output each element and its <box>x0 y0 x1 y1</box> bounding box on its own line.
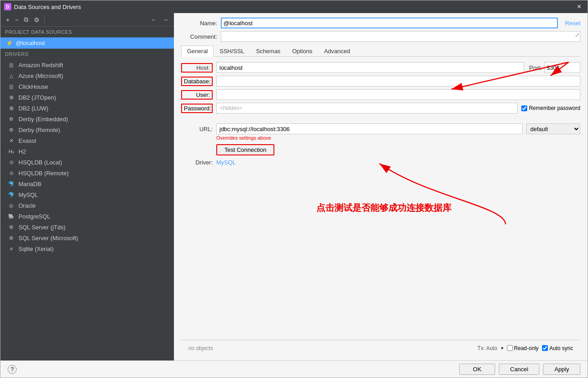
dialog-window: D Data Sources and Drivers × + − ⧉ ⚙ ← →… <box>0 0 588 378</box>
driver-item-sqlserver(jtds)[interactable]: ⚙SQL Server (jTds) <box>0 222 174 232</box>
remember-password-row: Remember password <box>521 105 580 111</box>
driver-item-derby(remote)[interactable]: ⚙Derby (Remote) <box>0 124 174 135</box>
bottom-right: Tx: Auto ▾ Read-only Auto sync <box>478 345 573 351</box>
settings-button[interactable]: ⚙ <box>32 15 41 24</box>
tab-content-general: Host: Port: Database: User: Pass <box>181 62 580 166</box>
driver-item-amazonredshift[interactable]: |||Amazon Redshift <box>0 59 174 70</box>
name-input[interactable] <box>221 18 558 28</box>
driver-label: ClickHouse <box>18 83 48 90</box>
read-only-checkbox[interactable] <box>507 345 513 351</box>
comment-label: Comment: <box>181 33 217 40</box>
add-button[interactable]: + <box>4 15 11 24</box>
driver-item-mariadb[interactable]: 🐬MariaDB <box>0 178 174 189</box>
driver-link[interactable]: MySQL <box>216 159 236 166</box>
driver-label: DB2 (JTOpen) <box>18 94 56 101</box>
driver-label: Oracle <box>18 202 36 209</box>
drivers-section-header: Drivers <box>0 49 174 59</box>
project-item-localhost[interactable]: ⚡ @localhost <box>0 37 174 49</box>
comment-input[interactable] <box>221 31 580 42</box>
project-item-icon: ⚡ <box>6 40 13 46</box>
driver-icon: ⊞ <box>8 105 15 112</box>
auto-sync-text: Auto sync <box>549 345 573 351</box>
driver-icon: ⚙ <box>8 223 15 231</box>
ok-button[interactable]: OK <box>459 364 495 375</box>
driver-icon: 🐬 <box>8 180 15 187</box>
auto-sync-checkbox[interactable] <box>542 345 548 351</box>
driver-icon: ||| <box>8 61 15 68</box>
driver-item-sqlserver(microsoft)[interactable]: ⚙SQL Server (Microsoft) <box>0 232 174 243</box>
driver-item-sqlite(xerial)[interactable]: ≡Sqlite (Xerial) <box>0 243 174 254</box>
user-label: User: <box>181 90 213 100</box>
url-input[interactable] <box>216 123 523 134</box>
read-only-text: Read-only <box>514 345 539 351</box>
duplicate-button[interactable]: ⧉ <box>22 15 30 24</box>
tx-dropdown-icon: ▾ <box>501 346 503 351</box>
app-icon: D <box>4 3 11 10</box>
test-connection-button[interactable]: Test Connection <box>216 144 274 155</box>
driver-item-mysql[interactable]: 🐬MySQL <box>0 189 174 200</box>
user-input[interactable] <box>216 89 580 100</box>
driver-item-derby(embedded)[interactable]: ⚙Derby (Embedded) <box>0 114 174 124</box>
help-button[interactable]: ? <box>8 365 17 374</box>
toolbar-separator <box>44 16 45 23</box>
driver-item-exasol[interactable]: ✕Exasol <box>0 135 174 146</box>
close-button[interactable]: × <box>574 2 584 12</box>
remove-button[interactable]: − <box>13 15 20 24</box>
window-title: Data Sources and Drivers <box>14 4 81 10</box>
driver-icon: 🐬 <box>8 191 15 198</box>
driver-item-clickhouse[interactable]: |||ClickHouse <box>0 81 174 92</box>
nav-forward-button[interactable]: → <box>160 15 170 24</box>
driver-item-db2(jtopen)[interactable]: ⊞DB2 (JTOpen) <box>0 92 174 103</box>
url-label: URL: <box>181 126 213 132</box>
driver-label: H2 <box>18 148 26 155</box>
tab-schemas[interactable]: Schemas <box>250 46 286 56</box>
main-content: + − ⧉ ⚙ ← → Project Data Sources ⚡ @loca… <box>0 13 588 360</box>
port-input[interactable] <box>544 62 580 73</box>
remember-password-checkbox[interactable] <box>521 105 527 111</box>
url-mode-select[interactable]: default <box>526 123 580 134</box>
driver-item-azure(microsoft)[interactable]: △Azure (Microsoft) <box>0 70 174 81</box>
driver-item-oracle[interactable]: ◎Oracle <box>0 200 174 211</box>
driver-icon: ⚙ <box>8 115 15 123</box>
driver-icon: 🐘 <box>8 213 15 220</box>
driver-item-postgresql[interactable]: 🐘PostgreSQL <box>0 211 174 222</box>
driver-item-hsqldb(remote)[interactable]: ⊙HSQLDB (Remote) <box>0 168 174 178</box>
database-label: Database: <box>181 77 213 86</box>
password-label: Password: <box>181 104 213 113</box>
driver-label: Exasol <box>18 137 36 144</box>
bottom-bar: no objects Tx: Auto ▾ Read-only Auto syn… <box>181 340 580 356</box>
no-objects-text: no objects <box>188 345 213 351</box>
password-row: Password: <hidden> Remember password <box>181 103 580 114</box>
expand-comment-button[interactable]: ⤢ <box>575 32 579 38</box>
host-input[interactable] <box>216 62 524 73</box>
tab-advanced[interactable]: Advanced <box>318 46 356 56</box>
driver-item-db2(luw)[interactable]: ⊞DB2 (LUW) <box>0 103 174 114</box>
driver-label: Driver: <box>181 159 213 166</box>
user-row: User: <box>181 89 580 100</box>
reset-button[interactable]: Reset <box>565 20 580 27</box>
password-input[interactable] <box>216 103 518 114</box>
database-input[interactable] <box>216 76 580 87</box>
cancel-button[interactable]: Cancel <box>499 364 539 375</box>
apply-button[interactable]: Apply <box>543 364 580 375</box>
database-row: Database: <box>181 76 580 87</box>
tab-options[interactable]: Options <box>286 46 318 56</box>
tab-ssh-ssl[interactable]: SSH/SSL <box>214 46 250 56</box>
tx-auto-label[interactable]: Tx: Auto <box>478 345 497 351</box>
nav-buttons: ← → <box>149 15 170 24</box>
tab-general[interactable]: General <box>181 46 214 57</box>
driver-label: HSQLDB (Remote) <box>18 170 68 177</box>
port-label: Port: <box>529 64 542 71</box>
driver-icon: △ <box>8 72 15 79</box>
driver-label: HSQLDB (Local) <box>18 159 62 166</box>
driver-label: Azure (Microsoft) <box>18 73 63 79</box>
driver-label: Amazon Redshift <box>18 62 63 68</box>
project-item-label: @localhost <box>16 40 45 46</box>
driver-label: Derby (Embedded) <box>18 116 68 123</box>
drivers-list: |||Amazon Redshift△Azure (Microsoft)|||C… <box>0 59 174 360</box>
driver-item-hsqldb(local)[interactable]: ⊙HSQLDB (Local) <box>0 157 174 168</box>
driver-item-h2[interactable]: H₂H2 <box>0 146 174 157</box>
left-panel: + − ⧉ ⚙ ← → Project Data Sources ⚡ @loca… <box>0 13 174 360</box>
auto-sync-label: Auto sync <box>542 345 573 351</box>
nav-back-button[interactable]: ← <box>149 15 159 24</box>
